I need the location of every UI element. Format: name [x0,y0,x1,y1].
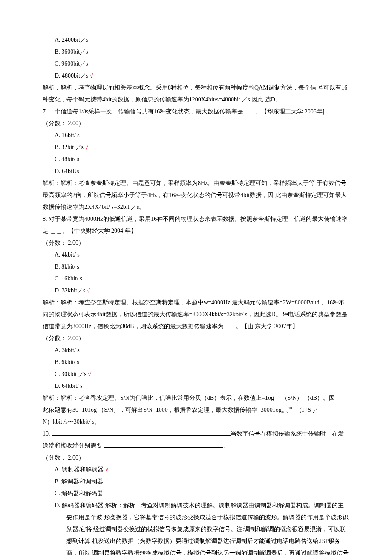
q7-option-a: A. 16bit/ s [43,130,349,142]
q8-option-b: B. 8kbit/ s [43,261,349,273]
q7-option-b: B. 32bit ／s √ [43,142,349,153]
q9-analysis-line2: 此依题意有30=101og （S/N），可解出S/N=1000，根据香农定理，最… [43,404,349,416]
q9-score: （分数： 2.00） [43,332,349,344]
q10-option-d: D. 解码器和编码器 解析：解析：考查对调制解调技术的理解。调制解调器由调制器和… [55,500,349,555]
q10-prefix: 10. [43,431,52,437]
q9-analysis-line1: 解析：解析：考查香农定理。S/N为信噪比，信噪比常用分贝（dB）表示，在数值上=… [43,392,349,404]
check-icon: √ [105,466,109,473]
q7-stem: 7. —个信道每1/8s采样一次，传输信号共有16种变化状态，最大数据传输率是＿… [43,106,349,118]
q8-option-d: D. 32kbit／s √ [43,285,349,297]
q6-option-d: D. 4800bit／s √ [43,70,349,82]
q9-option-c-text: C. 30kbit ／s [55,371,86,377]
blank-line [52,429,231,436]
q10-stem: 10. 当数字信号在模拟传输系统中传输时，在发送端和接收端分别需要 。 [43,428,349,452]
q8-option-d-text: D. 32kbit／s [55,287,85,294]
check-icon: √ [88,371,92,377]
q10-score: （分数： 2.00） [43,452,349,464]
q6-option-a: A. 2400bit／s [43,34,349,46]
check-icon: √ [87,287,90,294]
blank-line [104,441,223,448]
q9-option-a: A. 3kbit/ s [43,344,349,356]
q10-option-c: C. 编码器和解码器 [43,488,349,500]
check-icon: √ [90,72,93,79]
q8-score: （分数： 2.00） [43,237,349,249]
q6-analysis: 解析：解析：考查物理层的相关基本概念。采用8种相位，每种相位有两种幅度的QAM调… [43,82,349,106]
q9-option-c: C. 30kbit ／s √ [43,368,349,380]
q6-option-b: B. 3600bit／s [43,46,349,58]
q8-option-a: A. 4kbit/ s [43,249,349,261]
q8-analysis: 解析：解析：考查奈奎斯特定理。根据奈奎斯特定理，本题中w=4000Hz,最大码元… [43,297,349,332]
subscript-10-2: 10 2 [282,410,288,414]
q7-score: （分数： 2.00） [43,118,349,130]
q6-option-c: C. 9600bit／s [43,58,349,70]
superscript-10: 10 [288,406,292,410]
q9-analysis-p2-tail: (1+S ／ [300,407,319,413]
q10-option-b: B. 解调器和调制器 [43,476,349,488]
q9-analysis-line3: N）kbit /s〜30kbit/ s。 [43,416,349,428]
check-icon: √ [85,144,89,150]
q8-option-c: C. 16kbit/ s [43,273,349,285]
q6-option-d-text: D. 4800bit／s [55,72,88,79]
q10-option-a: A. 调制器和解调器 √ [43,464,349,476]
q9-option-b: B. 6kbit/ s [43,356,349,368]
q9-analysis-p1: 解析：解析：考查香农定理。S/N为信噪比，信噪比常用分贝（dB）表示，在数值上=… [43,395,274,401]
q9-analysis-p1-tail: （S/N） （dB）。因 [282,395,335,401]
q9-option-d: D. 64kbit/ s [43,380,349,392]
q10-stem-end: 。 [223,442,229,449]
q9-analysis-p2: 此依题意有30=101og （S/N），可解出S/N=1000，根据香农定理，最… [43,407,282,413]
q8-stem: 8. 对于某带宽为4000Hz的低通信道，采用16种不同的物理状态来表示数据。按… [43,213,349,237]
q10-option-a-text: A. 调制器和解调器 [55,466,104,473]
q7-analysis: 解析：解析：考查奈奎斯特定理。由题意可知，采样频率为8Hz。由奈奎斯特定理可知，… [43,177,349,213]
q7-option-b-text: B. 32bit ／s [55,144,84,150]
q7-option-d: D. 64biUs [43,165,349,177]
q7-option-c: C. 48bit/ s [43,153,349,165]
